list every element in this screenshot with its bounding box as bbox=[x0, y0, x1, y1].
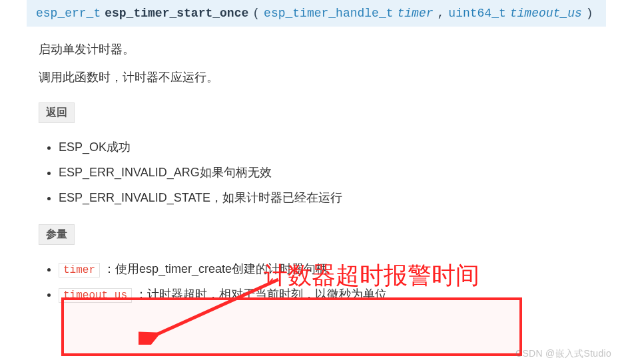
param-desc-0: ：使用esp_timer_create创建的计时器句柄 bbox=[103, 262, 328, 275]
sig-param-type-0: esp_timer_handle_t bbox=[264, 7, 393, 20]
function-signature: esp_err_t esp_timer_start_once ( esp_tim… bbox=[27, 0, 606, 27]
params-list: timer ：使用esp_timer_create创建的计时器句柄 timeou… bbox=[59, 261, 605, 302]
sig-param-type-1: uint64_t bbox=[448, 7, 505, 20]
desc-line-2: 调用此函数时，计时器不应运行。 bbox=[39, 69, 605, 85]
sig-close-paren: ) bbox=[586, 7, 593, 20]
return-item: ESP_OK成功 bbox=[59, 139, 605, 155]
return-item: ESP_ERR_INVALID_ARG如果句柄无效 bbox=[59, 164, 605, 180]
return-item: ESP_ERR_INVALID_STATE，如果计时器已经在运行 bbox=[59, 190, 605, 206]
param-name-0: timer bbox=[59, 263, 100, 277]
returns-label: 返回 bbox=[39, 102, 75, 123]
sig-param-name-0: timer bbox=[398, 7, 434, 20]
sig-return-type: esp_err_t bbox=[36, 7, 101, 20]
returns-list: ESP_OK成功 ESP_ERR_INVALID_ARG如果句柄无效 ESP_E… bbox=[59, 139, 605, 206]
documentation-body: 启动单发计时器。 调用此函数时，计时器不应运行。 返回 ESP_OK成功 ESP… bbox=[0, 27, 618, 322]
param-name-1: timeout_us bbox=[59, 288, 132, 303]
param-item: timer ：使用esp_timer_create创建的计时器句柄 bbox=[59, 261, 605, 277]
desc-line-1: 启动单发计时器。 bbox=[39, 41, 605, 57]
param-desc-1: ：计时器超时，相对于当前时刻，以微秒为单位 bbox=[135, 287, 387, 301]
params-label: 参量 bbox=[39, 224, 75, 245]
sig-open-paren: ( bbox=[252, 7, 260, 20]
watermark-text: CSDN @嵌入式Studio bbox=[515, 348, 611, 360]
sig-sep-0: , bbox=[438, 7, 445, 20]
param-item: timeout_us ：计时器超时，相对于当前时刻，以微秒为单位 bbox=[59, 286, 605, 302]
sig-param-name-1: timeout_us bbox=[510, 7, 582, 20]
sig-function-name: esp_timer_start_once bbox=[105, 7, 248, 20]
